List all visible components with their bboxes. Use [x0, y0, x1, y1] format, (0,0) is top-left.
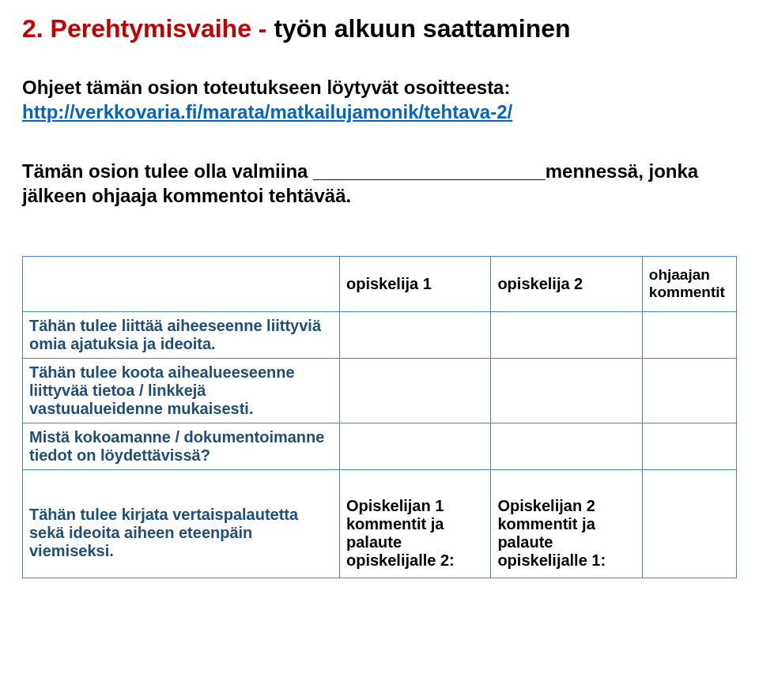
heading-subtitle: työn alkuun saattaminen [274, 14, 570, 43]
header-student1: opiskelija 1 [340, 256, 491, 311]
feedback-label: Tähän tulee kirjata vertaispalautetta se… [23, 469, 340, 578]
cell-student1 [340, 423, 491, 469]
deadline-blank: ______________________ [313, 159, 546, 183]
source-link[interactable]: http://verkkovaria.fi/marata/matkailujam… [22, 101, 512, 122]
header-supervisor: ohjaajan kommentit [642, 256, 736, 311]
section-heading: 2. Perehtymisvaihe - työn alkuun saattam… [22, 14, 737, 43]
table-row: Tähän tulee koota aihealueeseenne liitty… [23, 358, 737, 423]
deadline-before: Tämän osion tulee olla valmiina [22, 160, 313, 182]
cell-student2 [491, 311, 642, 358]
feedback-row: Tähän tulee kirjata vertaispalautetta se… [23, 469, 737, 578]
assignment-table: opiskelija 1 opiskelija 2 ohjaajan komme… [22, 256, 737, 578]
feedback-supervisor [642, 469, 736, 578]
feedback-student2: Opiskelijan 2 kommentit ja palaute opisk… [491, 469, 642, 578]
row-label: Mistä kokoamanne / dokumentoimanne tiedo… [23, 423, 340, 469]
cell-supervisor [642, 423, 736, 469]
heading-number: 2. [22, 14, 43, 43]
table-row: Mistä kokoamanne / dokumentoimanne tiedo… [23, 423, 737, 469]
cell-student2 [491, 423, 642, 469]
intro-text: Ohjeet tämän osion toteutukseen löytyvät… [22, 75, 737, 100]
cell-supervisor [642, 311, 736, 358]
cell-supervisor [642, 358, 736, 423]
deadline-paragraph: Tämän osion tulee olla valmiina ________… [22, 159, 737, 208]
document-page: 2. Perehtymisvaihe - työn alkuun saattam… [0, 0, 759, 610]
header-student2: opiskelija 2 [491, 256, 642, 311]
heading-title: Perehtymisvaihe [51, 14, 251, 43]
row-label: Tähän tulee koota aihealueeseenne liitty… [23, 358, 340, 423]
cell-student1 [340, 311, 491, 358]
feedback-student1: Opiskelijan 1 kommentit ja palaute opisk… [340, 469, 491, 578]
heading-dash: - [259, 14, 267, 43]
row-label: Tähän tulee liittää aiheeseenne liittyvi… [23, 311, 340, 358]
cell-student2 [491, 358, 642, 423]
cell-student1 [340, 358, 491, 423]
table-header-row: opiskelija 1 opiskelija 2 ohjaajan komme… [23, 256, 737, 311]
header-empty [23, 256, 340, 311]
table-row: Tähän tulee liittää aiheeseenne liittyvi… [23, 311, 737, 358]
